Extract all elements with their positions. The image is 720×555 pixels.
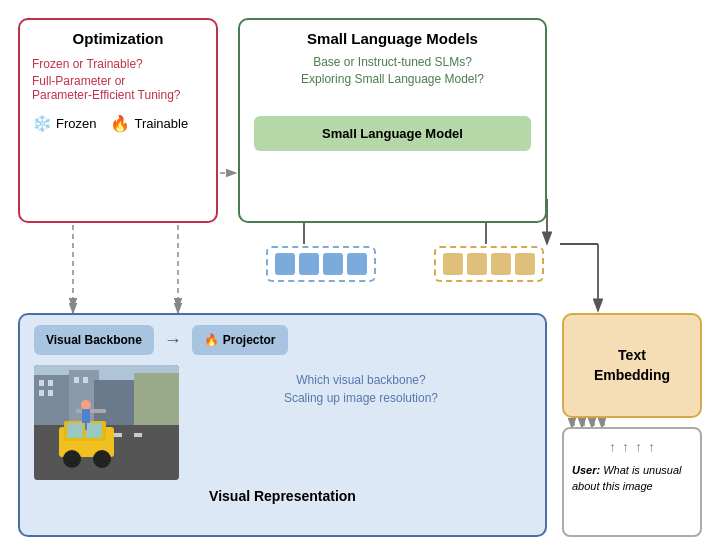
blue-token-4 (347, 253, 367, 275)
svg-rect-30 (74, 377, 79, 383)
svg-rect-34 (114, 433, 122, 437)
blue-token-2 (299, 253, 319, 275)
optimization-question3: Parameter-Efficient Tuning? (32, 88, 204, 102)
svg-rect-29 (48, 390, 53, 396)
text-embedding-label: TextEmbedding (594, 346, 670, 385)
slm-box: Small Language Models Base or Instruct-t… (238, 18, 547, 223)
up-arrow-3: ↑ (635, 437, 642, 457)
up-arrow-1: ↑ (609, 437, 616, 457)
text-embedding-box: TextEmbedding (562, 313, 702, 418)
visual-question1: Which visual backbone? (191, 373, 531, 387)
svg-rect-28 (39, 390, 44, 396)
orange-token-2 (467, 253, 487, 275)
orange-token-blocks (434, 246, 544, 282)
orange-token-1 (443, 253, 463, 275)
user-query-box: ↑ ↑ ↑ ↑ User: What is unusual about this… (562, 427, 702, 537)
svg-point-43 (81, 400, 91, 410)
visual-rep-box: Visual Backbone → 🔥 Projector (18, 313, 547, 537)
projector-bar: 🔥 Projector (192, 325, 288, 355)
slm-title: Small Language Models (254, 30, 531, 47)
svg-rect-24 (94, 380, 139, 425)
svg-rect-31 (83, 377, 88, 383)
up-arrow-4: ↑ (648, 437, 655, 457)
diagram-layout: Optimization Frozen or Trainable? Full-P… (18, 18, 702, 537)
blue-token-1 (275, 253, 295, 275)
trainable-label: 🔥 Trainable (110, 114, 188, 133)
frozen-icon: ❄️ (32, 114, 52, 133)
blue-token-blocks (266, 246, 376, 282)
svg-rect-39 (86, 423, 102, 438)
svg-rect-26 (39, 380, 44, 386)
projector-icon: 🔥 (204, 333, 219, 347)
arrow-backbone-to-projector: → (164, 330, 182, 351)
visual-rep-title: Visual Representation (34, 488, 531, 504)
orange-token-3 (491, 253, 511, 275)
svg-rect-35 (134, 433, 142, 437)
svg-rect-42 (76, 409, 106, 413)
slm-question2: Exploring Small Language Model? (254, 72, 531, 86)
trainable-icon: 🔥 (110, 114, 130, 133)
visual-backbone-bar: Visual Backbone (34, 325, 154, 355)
street-image (34, 365, 179, 480)
svg-rect-27 (48, 380, 53, 386)
up-arrow-2: ↑ (622, 437, 629, 457)
user-label: User: (572, 464, 600, 476)
slm-question1: Base or Instruct-tuned SLMs? (254, 55, 531, 69)
frozen-label: ❄️ Frozen (32, 114, 96, 133)
svg-point-40 (63, 450, 81, 468)
svg-rect-44 (82, 409, 90, 423)
svg-point-41 (93, 450, 111, 468)
optimization-question2: Full-Parameter or (32, 74, 204, 88)
diagram-container: Optimization Frozen or Trainable? Full-P… (0, 0, 720, 555)
slm-model-bar: Small Language Model (254, 116, 531, 151)
optimization-title: Optimization (32, 30, 204, 47)
blue-token-3 (323, 253, 343, 275)
visual-question2: Scaling up image resolution? (191, 391, 531, 405)
optimization-question1: Frozen or Trainable? (32, 57, 204, 71)
optimization-box: Optimization Frozen or Trainable? Full-P… (18, 18, 218, 223)
svg-rect-25 (134, 373, 179, 425)
orange-token-4 (515, 253, 535, 275)
svg-rect-38 (67, 423, 83, 438)
